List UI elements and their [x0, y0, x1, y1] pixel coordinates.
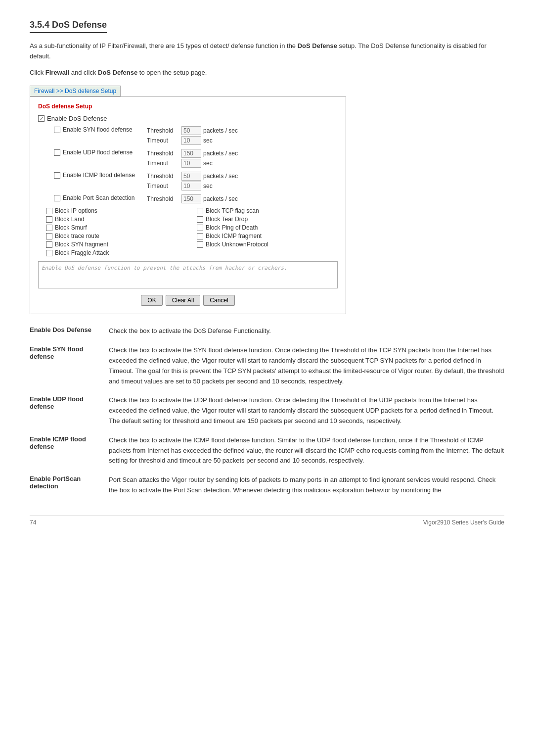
port-scan-thresholds: Threshold packets / sec — [147, 194, 338, 204]
syn-threshold-input[interactable] — [181, 126, 201, 135]
section-title: 3.5.4 DoS Defense — [30, 20, 107, 33]
desc-syn-flood: Enable SYN flood defense Check the box t… — [30, 345, 504, 386]
desc-def-port-scan: Port Scan attacks the Vigor router by se… — [109, 475, 504, 496]
desc-icmp-flood: Enable ICMP flood defense Check the box … — [30, 435, 504, 466]
syn-timeout-input[interactable] — [181, 136, 201, 145]
option-block-unknown: Block UnknownProtocol — [197, 241, 338, 248]
cancel-button[interactable]: Cancel — [203, 295, 234, 306]
block-icmp-frag-label: Block ICMP fragment — [206, 233, 262, 239]
ok-button[interactable]: OK — [141, 295, 162, 306]
udp-threshold-line: Threshold packets / sec — [147, 149, 338, 158]
port-scan-threshold-unit: packets / sec — [203, 195, 238, 202]
click-instruction: Click Firewall and click DoS Defense to … — [30, 68, 504, 78]
icmp-flood-label: Enable ICMP flood defense — [63, 172, 147, 179]
block-unknown-label: Block UnknownProtocol — [206, 241, 268, 248]
port-scan-row: Enable Port Scan detection — [46, 194, 147, 201]
page-number: 74 — [30, 519, 36, 526]
description-table: Enable Dos Defense Check the box to acti… — [30, 326, 504, 495]
udp-flood-thresholds: Threshold packets / sec Timeout sec — [147, 149, 338, 169]
udp-timeout-label: Timeout — [147, 160, 181, 167]
page-footer: 74 Vigor2910 Series User's Guide — [30, 516, 504, 526]
block-syn-frag-label: Block SYN fragment — [55, 241, 108, 248]
syn-threshold-line: Threshold packets / sec — [147, 126, 338, 135]
icmp-timeout-line: Timeout sec — [147, 182, 338, 190]
desc-udp-flood: Enable UDP flood defense Check the box t… — [30, 395, 504, 426]
port-scan-threshold-label: Threshold — [147, 195, 181, 202]
icmp-flood-checkbox[interactable] — [54, 172, 60, 179]
block-fraggle-label: Block Fraggle Attack — [55, 249, 109, 256]
syn-flood-row: Enable SYN flood defense — [46, 126, 147, 133]
desc-enable-dos: Enable Dos Defense Check the box to acti… — [30, 326, 504, 336]
icmp-timeout-input[interactable] — [181, 182, 201, 190]
option-block-tcp: Block TCP flag scan — [197, 207, 338, 214]
port-scan-label-col: Enable Port Scan detection — [38, 194, 147, 202]
udp-timeout-input[interactable] — [181, 159, 201, 168]
icmp-flood-label-col: Enable ICMP flood defense — [38, 172, 147, 180]
options-grid: Block IP options Block TCP flag scan Blo… — [38, 207, 338, 256]
block-trace-label: Block trace route — [55, 233, 99, 239]
port-scan-threshold-input[interactable] — [181, 194, 201, 203]
panel-title: DoS defense Setup — [38, 103, 338, 110]
intro-text: As a sub-functionality of IP Filter/Fire… — [30, 41, 504, 62]
desc-def-udp-flood: Check the box to activate the UDP flood … — [109, 395, 504, 426]
desc-def-icmp-flood: Check the box to activate the ICMP flood… — [109, 435, 504, 466]
block-ip-checkbox[interactable] — [46, 208, 52, 214]
block-tcp-label: Block TCP flag scan — [206, 207, 259, 214]
icmp-timeout-unit: sec — [203, 183, 213, 189]
option-block-trace: Block trace route — [46, 233, 187, 239]
desc-term-port-scan: Enable PortScan detection — [30, 475, 109, 490]
option-block-fraggle: Block Fraggle Attack — [46, 249, 187, 256]
desc-term-udp-flood: Enable UDP flood defense — [30, 395, 109, 410]
udp-threshold-input[interactable] — [181, 149, 201, 158]
syn-flood-thresholds: Threshold packets / sec Timeout sec — [147, 126, 338, 146]
button-row: OK Clear All Cancel — [38, 295, 338, 308]
option-block-smurf: Block Smurf — [46, 224, 187, 231]
setup-panel: DoS defense Setup Enable DoS Defense Ena… — [30, 96, 346, 314]
icmp-timeout-label: Timeout — [147, 183, 181, 189]
desc-term-icmp-flood: Enable ICMP flood defense — [30, 435, 109, 450]
syn-threshold-unit: packets / sec — [203, 127, 238, 134]
block-ping-checkbox[interactable] — [197, 225, 203, 231]
udp-timeout-unit: sec — [203, 160, 213, 167]
option-block-ping: Block Ping of Death — [197, 224, 338, 231]
option-block-land: Block Land — [46, 216, 187, 223]
desc-def-syn-flood: Check the box to activate the SYN flood … — [109, 345, 504, 386]
option-block-syn-frag: Block SYN fragment — [46, 241, 187, 248]
block-unknown-checkbox[interactable] — [197, 241, 203, 248]
syn-flood-label: Enable SYN flood defense — [63, 126, 147, 133]
icmp-flood-row: Enable ICMP flood defense — [46, 172, 147, 179]
enable-dos-label: Enable DoS Defense — [47, 115, 107, 122]
icmp-threshold-input[interactable] — [181, 172, 201, 181]
udp-timeout-line: Timeout sec — [147, 159, 338, 168]
udp-flood-label-col: Enable UDP flood defense — [38, 149, 147, 157]
block-tcp-checkbox[interactable] — [197, 208, 203, 214]
port-scan-label: Enable Port Scan detection — [63, 194, 147, 201]
block-smurf-checkbox[interactable] — [46, 225, 52, 231]
block-fraggle-checkbox[interactable] — [46, 250, 52, 256]
block-icmp-frag-checkbox[interactable] — [197, 233, 203, 239]
syn-timeout-unit: sec — [203, 137, 213, 144]
udp-threshold-label: Threshold — [147, 150, 181, 157]
port-scan-threshold-line: Threshold packets / sec — [147, 194, 338, 203]
block-tear-checkbox[interactable] — [197, 216, 203, 223]
block-trace-checkbox[interactable] — [46, 233, 52, 239]
udp-flood-label: Enable UDP flood defense — [63, 149, 147, 156]
block-land-checkbox[interactable] — [46, 216, 52, 223]
syn-timeout-line: Timeout sec — [147, 136, 338, 145]
info-textarea[interactable]: Enable DoS defense function to prevent t… — [38, 261, 338, 288]
syn-flood-checkbox[interactable] — [54, 127, 60, 133]
udp-flood-checkbox[interactable] — [54, 149, 60, 156]
icmp-flood-thresholds: Threshold packets / sec Timeout sec — [147, 172, 338, 191]
option-block-icmp-frag: Block ICMP fragment — [197, 233, 338, 239]
enable-dos-checkbox[interactable] — [38, 115, 44, 122]
block-ping-label: Block Ping of Death — [206, 224, 258, 231]
block-syn-frag-checkbox[interactable] — [46, 241, 52, 248]
icmp-threshold-unit: packets / sec — [203, 173, 238, 180]
desc-term-enable-dos: Enable Dos Defense — [30, 326, 109, 333]
option-block-tear: Block Tear Drop — [197, 216, 338, 223]
syn-timeout-label: Timeout — [147, 137, 181, 144]
block-smurf-label: Block Smurf — [55, 224, 87, 231]
block-land-label: Block Land — [55, 216, 84, 223]
clear-all-button[interactable]: Clear All — [166, 295, 201, 306]
port-scan-checkbox[interactable] — [54, 195, 60, 201]
